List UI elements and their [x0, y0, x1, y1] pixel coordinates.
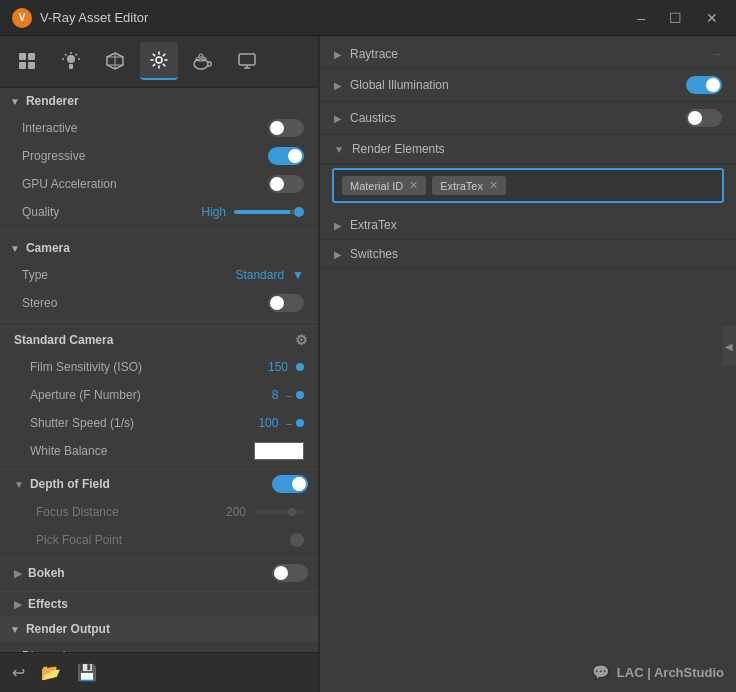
quality-slider[interactable] — [234, 210, 304, 214]
bokeh-header[interactable]: ▶ Bokeh — [0, 558, 318, 587]
type-value: Standard — [235, 268, 284, 282]
renderer-section-header[interactable]: ▼ Renderer — [0, 88, 318, 114]
render-output-arrow: ▼ — [10, 624, 20, 635]
maximize-button[interactable]: ☐ — [663, 8, 688, 28]
minimize-button[interactable]: – — [631, 8, 651, 28]
material-id-label: Material ID — [350, 180, 403, 192]
grid-toolbar-btn[interactable] — [8, 42, 46, 80]
dof-toggle[interactable] — [272, 475, 308, 493]
svg-rect-2 — [19, 62, 26, 69]
focal-point-row: Pick Focal Point — [0, 526, 318, 554]
render-output-header[interactable]: ▼ Render Output — [0, 616, 318, 642]
bokeh-toggle[interactable] — [272, 564, 308, 582]
panel-resize-handle[interactable]: ◀ — [722, 326, 736, 366]
film-indicator[interactable] — [296, 363, 304, 371]
focus-thumb — [288, 508, 296, 516]
stereo-toggle[interactable] — [268, 294, 304, 312]
switches-label: Switches — [350, 247, 398, 261]
extratex-section-label: ExtraTex — [350, 218, 397, 232]
save-button[interactable]: 💾 — [77, 663, 97, 682]
effects-header[interactable]: ▶ Effects — [0, 591, 318, 616]
caustics-section[interactable]: ▶ Caustics — [320, 102, 736, 135]
extratex-section[interactable]: ▶ ExtraTex — [320, 211, 736, 240]
aperture-minus[interactable]: – — [286, 390, 292, 401]
bokeh-arrow: ▶ — [14, 568, 22, 579]
gpu-label: GPU Acceleration — [22, 177, 268, 191]
film-value: 150 — [268, 360, 288, 374]
caustics-toggle[interactable] — [686, 109, 722, 127]
white-balance-swatch[interactable] — [254, 442, 304, 460]
dof-header[interactable]: ▼ Depth of Field — [0, 469, 318, 498]
settings-toolbar-btn[interactable] — [140, 42, 178, 80]
extratex-tag: ExtraTex ✕ — [432, 176, 506, 195]
svg-line-8 — [76, 54, 78, 56]
gi-section[interactable]: ▶ Global Illumination — [320, 69, 736, 102]
raytrace-arrow: ▶ — [334, 49, 342, 60]
renderer-arrow: ▼ — [10, 96, 20, 107]
dimensions-row: Dimensions — [0, 642, 318, 652]
material-id-close[interactable]: ✕ — [409, 179, 418, 192]
close-button[interactable]: ✕ — [700, 8, 724, 28]
quality-label: Quality — [22, 205, 201, 219]
shutter-indicator[interactable] — [296, 419, 304, 427]
right-panel: ▶ Raytrace → ▶ Global Illumination ▶ Cau… — [320, 36, 736, 692]
render-elements-label: Render Elements — [352, 142, 445, 156]
window-title: V-Ray Asset Editor — [40, 10, 631, 25]
aperture-indicator[interactable] — [296, 391, 304, 399]
light-toolbar-btn[interactable] — [52, 42, 90, 80]
raytrace-link-icon: → — [710, 47, 722, 61]
cube-toolbar-btn[interactable] — [96, 42, 134, 80]
screen-toolbar-btn[interactable] — [228, 42, 266, 80]
progressive-label: Progressive — [22, 149, 268, 163]
raytrace-section[interactable]: ▶ Raytrace → — [320, 40, 736, 69]
shutter-row: Shutter Speed (1/s) 100 – — [0, 409, 318, 437]
progressive-row: Progressive — [0, 142, 318, 170]
dof-label: Depth of Field — [30, 477, 110, 491]
camera-label: Camera — [26, 241, 70, 255]
focus-label: Focus Distance — [22, 505, 226, 519]
shutter-minus[interactable]: – — [286, 418, 292, 429]
focus-value: 200 — [226, 505, 246, 519]
aperture-row: Aperture (F Number) 8 – — [0, 381, 318, 409]
camera-arrow: ▼ — [10, 243, 20, 254]
gpu-toggle[interactable] — [268, 175, 304, 193]
quality-row: Quality High — [0, 198, 318, 226]
right-content: ▶ Raytrace → ▶ Global Illumination ▶ Cau… — [320, 36, 736, 692]
switches-section[interactable]: ▶ Switches — [320, 240, 736, 269]
caustics-arrow: ▶ — [334, 113, 342, 124]
svg-rect-18 — [239, 54, 255, 65]
focal-point-btn[interactable] — [290, 533, 304, 547]
gi-label: Global Illumination — [350, 78, 449, 92]
render-elements-section[interactable]: ▼ Render Elements — [320, 135, 736, 164]
divider-1 — [0, 230, 318, 231]
svg-point-15 — [156, 57, 162, 63]
progressive-toggle[interactable] — [268, 147, 304, 165]
extratex-close[interactable]: ✕ — [489, 179, 498, 192]
interactive-row: Interactive — [0, 114, 318, 142]
bottom-bar: ↩ 📂 💾 — [0, 652, 318, 692]
aperture-slider-container: – — [286, 390, 304, 401]
window-controls: – ☐ ✕ — [631, 8, 724, 28]
std-camera-settings-icon[interactable]: ⚙ — [295, 332, 308, 348]
effects-label: Effects — [28, 597, 68, 611]
gi-toggle[interactable] — [686, 76, 722, 94]
gpu-row: GPU Acceleration — [0, 170, 318, 198]
type-dropdown-icon[interactable]: ▼ — [292, 268, 304, 282]
render-elements-box: Material ID ✕ ExtraTex ✕ — [332, 168, 724, 203]
svg-rect-0 — [19, 53, 26, 60]
stereo-row: Stereo — [0, 289, 318, 317]
teapot-toolbar-btn[interactable] — [184, 42, 222, 80]
interactive-toggle[interactable] — [268, 119, 304, 137]
svg-line-7 — [65, 54, 67, 56]
focus-slider[interactable] — [254, 510, 304, 514]
undo-button[interactable]: ↩ — [12, 663, 25, 682]
dof-arrow: ▼ — [14, 479, 24, 490]
white-balance-label: White Balance — [22, 444, 254, 458]
left-content: ▼ Renderer Interactive Progressive GPU A… — [0, 88, 318, 652]
gi-arrow: ▶ — [334, 80, 342, 91]
camera-section-header[interactable]: ▼ Camera — [0, 235, 318, 261]
std-camera-header[interactable]: Standard Camera ⚙ — [0, 326, 318, 353]
render-elements-arrow: ▼ — [334, 144, 344, 155]
open-button[interactable]: 📂 — [41, 663, 61, 682]
render-output-label: Render Output — [26, 622, 110, 636]
